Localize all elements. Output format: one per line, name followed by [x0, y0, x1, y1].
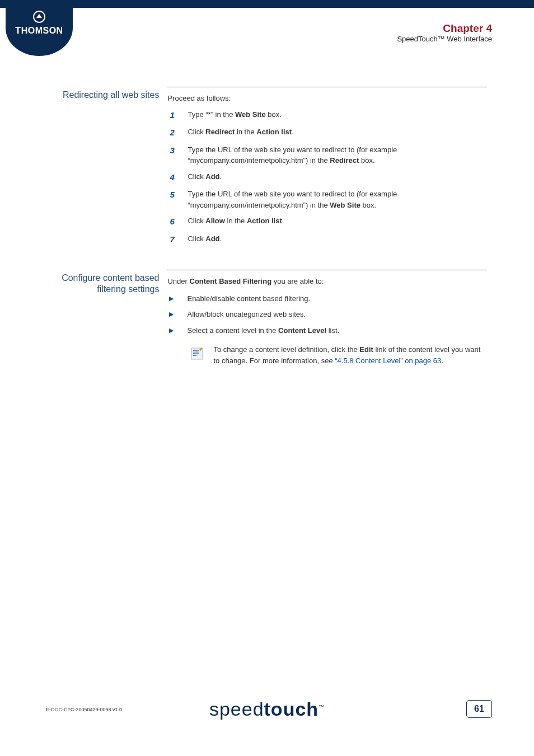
chapter-title: Chapter 4	[397, 22, 492, 35]
section-heading-cbf: Configure content based filtering settin…	[50, 270, 167, 369]
step-number: 2	[168, 126, 186, 143]
section2-intro: Under Content Based Filtering you are ab…	[167, 276, 486, 287]
step-text: Type “*” in the Web Site box.	[187, 109, 485, 125]
bullet-text: Enable/disable content based filtering.	[186, 293, 340, 308]
header-bar	[0, 0, 534, 8]
note-icon	[190, 346, 204, 361]
step-number: 6	[168, 215, 186, 232]
section-body-cbf: Under Content Based Filtering you are ab…	[167, 270, 487, 369]
chapter-header: Chapter 4 SpeedTouch™ Web Interface	[397, 22, 492, 43]
bullet-text: Select a content level in the Content Le…	[186, 325, 340, 340]
page-content: Redirecting all web sites Proceed as fol…	[50, 87, 487, 368]
step-number: 3	[168, 144, 186, 170]
bullet-text: Allow/block uncategorized web sites.	[186, 308, 340, 323]
step-text: Click Add.	[187, 171, 485, 187]
step-text: Type the URL of the web site you want to…	[187, 188, 485, 214]
step-number: 1	[168, 109, 186, 125]
bullet-arrow-icon: ▶	[168, 325, 185, 340]
step-number: 5	[168, 188, 186, 214]
bullet-arrow-icon: ▶	[168, 293, 185, 308]
page-number: 61	[466, 700, 492, 718]
product-logo: speedtouch™	[0, 698, 534, 720]
step-number: 4	[168, 171, 186, 187]
brand-badge: THOMSON	[6, 0, 73, 56]
note-text: To change a content level definition, cl…	[213, 344, 485, 367]
brand-name: THOMSON	[6, 26, 73, 36]
step-text: Click Add.	[187, 233, 485, 250]
step-number: 7	[168, 233, 186, 250]
section1-intro: Proceed as follows:	[167, 93, 486, 104]
step-text: Click Allow in the Action list.	[187, 215, 485, 232]
xref-content-level[interactable]: “4.5.8 Content Level” on page 63	[335, 356, 441, 365]
chapter-subtitle: SpeedTouch™ Web Interface	[397, 35, 492, 43]
section-body-redirect: Proceed as follows: 1 Type “*” in the We…	[167, 87, 487, 251]
brand-ornament-icon	[32, 10, 46, 24]
section-heading-redirect: Redirecting all web sites	[50, 87, 167, 251]
step-text: Click Redirect in the Action list.	[187, 126, 485, 143]
bullet-arrow-icon: ▶	[168, 308, 185, 323]
step-text: Type the URL of the web site you want to…	[187, 144, 485, 170]
